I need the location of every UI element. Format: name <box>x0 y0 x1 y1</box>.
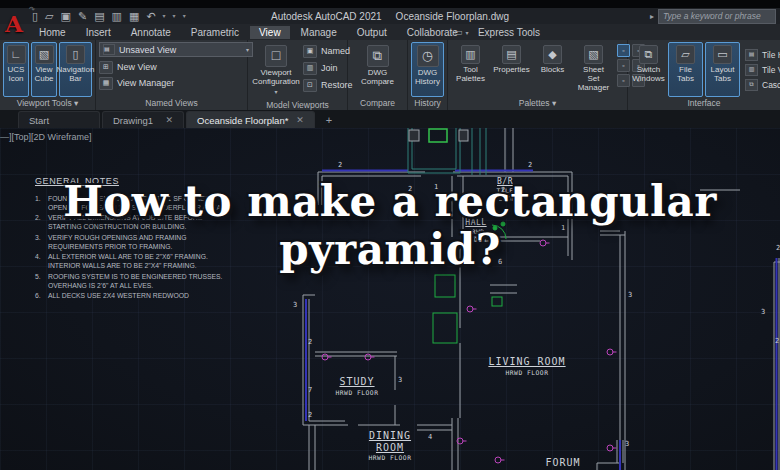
navigation-bar-button[interactable]: ▯ Navigation Bar <box>59 42 92 97</box>
redo-icon[interactable]: ↷ <box>29 2 36 16</box>
panel-history: ◷ DWG History History <box>408 40 448 110</box>
viewport-config-icon: □ <box>265 45 287 67</box>
interface-icon: ▭ <box>713 45 732 64</box>
app-title: Autodesk AutoCAD 2021 <box>271 11 382 22</box>
ribbon-tab-label: Manage <box>301 27 337 38</box>
blocks-button[interactable]: ◆ Blocks <box>533 42 572 97</box>
restore-viewport-button[interactable]: ⊡ Restore <box>303 78 353 92</box>
undo-dropdown-icon[interactable]: ▾ <box>163 9 166 23</box>
save-icon[interactable]: ▣ <box>61 9 71 23</box>
tile-vertically-button[interactable]: ▥ Tile Vertically <box>745 64 780 76</box>
ribbon-tab[interactable]: Annotate <box>122 26 180 39</box>
dwg-history-icon: ◷ <box>417 45 439 67</box>
palette-label: Properties <box>493 66 529 75</box>
viewport-controls[interactable]: —][Top][2D Wireframe] <box>0 132 92 142</box>
FORUM: FORUM <box>545 457 580 470</box>
item-label: New View <box>117 62 157 72</box>
undo-icon[interactable]: ↶ <box>146 9 155 23</box>
STUDY: STUDY HRWD FLOOR <box>336 376 379 396</box>
cascade-button[interactable]: ⧉ Cascade <box>745 79 780 91</box>
item-icon: ▣ <box>303 45 317 58</box>
selected-entity <box>429 129 447 142</box>
redo-dropdown-icon[interactable]: ▾ <box>173 9 176 23</box>
ribbon-tab[interactable]: Output <box>348 26 396 39</box>
export-icon[interactable]: ▥ <box>112 9 122 23</box>
ribbon-tab[interactable]: Parametric <box>182 26 248 39</box>
panel-label[interactable]: Palettes ▾ <box>448 97 627 110</box>
item-label: Named <box>321 46 350 56</box>
ribbon-tab[interactable]: Manage <box>292 26 346 39</box>
plot-icon[interactable]: ▤ <box>94 9 104 23</box>
properties-button[interactable]: ▤ Properties <box>492 42 531 97</box>
save-as-icon[interactable]: ✎ <box>78 9 87 23</box>
panel-label[interactable]: History <box>408 97 447 110</box>
file-tab[interactable]: Oceanside Floorplan* ✕ <box>186 111 315 128</box>
note-number: 2. <box>35 214 48 232</box>
new-drawing-tab-button[interactable]: + <box>321 114 337 128</box>
close-icon[interactable]: ✕ <box>296 115 304 125</box>
arrange-icon: ▤ <box>745 49 758 61</box>
dwg-history-button[interactable]: ◷ DWG History <box>411 42 444 97</box>
tool-palettes-button[interactable]: ▥ Tool Palettes <box>451 42 490 97</box>
view-dropdown[interactable]: ▤ Unsaved View ▾ <box>99 42 253 57</box>
named-viewport-button[interactable]: ▣ Named <box>303 44 353 58</box>
view-cube-button[interactable]: ▧ View Cube <box>31 42 57 97</box>
panel-label[interactable]: Model Viewports <box>248 99 347 110</box>
view-icon: ▤ <box>103 44 115 55</box>
close-icon[interactable]: ✕ <box>165 115 173 125</box>
ucs-icon-button[interactable]: ∟ UCS Icon <box>3 42 29 97</box>
file-tab-label: Start <box>29 115 49 126</box>
switch-windows-button[interactable]: ⧉ Switch Windows <box>631 42 666 97</box>
layout-tabs-button[interactable]: ▭ Layout Tabs <box>705 42 740 97</box>
dwg-compare-label: DWG Compare <box>357 69 399 87</box>
ribbon-tab[interactable]: Express Tools <box>469 26 549 39</box>
dimension-number: 7 <box>308 386 312 394</box>
tile-horizontally-button[interactable]: ▤ Tile Horizontally <box>745 49 780 61</box>
palette-label: Sheet Set Manager <box>576 66 611 93</box>
ribbon-tab[interactable]: View <box>250 26 290 39</box>
dwg-compare-button[interactable]: ⧉ DWG Compare <box>355 42 401 97</box>
help-search: ▸ Type a keyword or phrase <box>650 9 776 24</box>
file-tabs-button[interactable]: ▱ File Tabs <box>668 42 703 97</box>
file-tab[interactable]: Drawing1 ✕ <box>102 111 184 128</box>
panel-label[interactable]: Interface <box>628 97 780 110</box>
panel-label[interactable]: Compare <box>348 97 407 110</box>
new-view-button[interactable]: ⊞ New View <box>99 60 244 74</box>
print-icon[interactable]: ▦ <box>129 9 139 23</box>
ribbon-tab-label: Insert <box>86 27 111 38</box>
search-input[interactable]: Type a keyword or phrase <box>658 9 776 24</box>
ribbon-tab-label: Output <box>357 27 387 38</box>
autocad-app-menu-logo[interactable]: A <box>2 9 26 39</box>
join-viewport-button[interactable]: ▥ Join <box>303 61 353 75</box>
title-bar: ▯▱▣✎▤▥▦↶▾↷▾▾ Autodesk AutoCAD 2021 Ocean… <box>0 8 780 24</box>
panel-label[interactable]: Viewport Tools ▾ <box>0 97 95 110</box>
search-arrow-icon[interactable]: ▸ <box>650 12 654 21</box>
note-item: 5. ROOFING SYSTEM IS TO BE ENGINEERED TR… <box>35 273 285 291</box>
ribbon-tab-label: View <box>259 27 281 38</box>
sheet-set-manager-button[interactable]: ▧ Sheet Set Manager <box>574 42 613 97</box>
note-text: ALL DECKS USE 2X4 WESTERN REDWOOD <box>48 292 189 301</box>
ribbon-tab-label: Home <box>39 27 66 38</box>
open-icon[interactable]: ▱ <box>45 9 53 23</box>
tool-icon: ▧ <box>35 45 54 64</box>
palette-label: Tool Palettes <box>453 66 488 84</box>
qat-customize-icon[interactable]: ▾ <box>183 9 186 23</box>
item-icon: ▥ <box>303 62 317 75</box>
ribbon-tab-label: Parametric <box>191 27 239 38</box>
drawing-area[interactable]: B/R TILE FLOOR HALL HRWD FLOOR LIVING RO… <box>0 128 780 470</box>
panel-label[interactable]: Named Views <box>96 97 247 110</box>
palette-icon: ▧ <box>584 45 603 64</box>
viewport-configuration-button[interactable]: □ Viewport Configuration ▾ <box>251 42 301 99</box>
ribbon-tab[interactable]: Insert <box>77 26 120 39</box>
door-tag-marker <box>365 354 372 361</box>
palette-icon: ◆ <box>543 45 562 64</box>
ribbon-tab[interactable]: Home <box>30 26 75 39</box>
file-tab-label: Drawing1 <box>113 115 153 126</box>
view-manager-button[interactable]: ▦ View Manager <box>99 76 244 90</box>
file-tab[interactable]: Start <box>18 111 100 128</box>
door-tag-marker <box>467 306 474 313</box>
dimension-number: 2 <box>528 161 532 169</box>
ribbon-display-toggle[interactable]: ▭ ▾ <box>454 27 469 37</box>
room-name: LIVING ROOM <box>488 356 565 368</box>
chevron-down-icon: ▾ <box>274 89 277 96</box>
